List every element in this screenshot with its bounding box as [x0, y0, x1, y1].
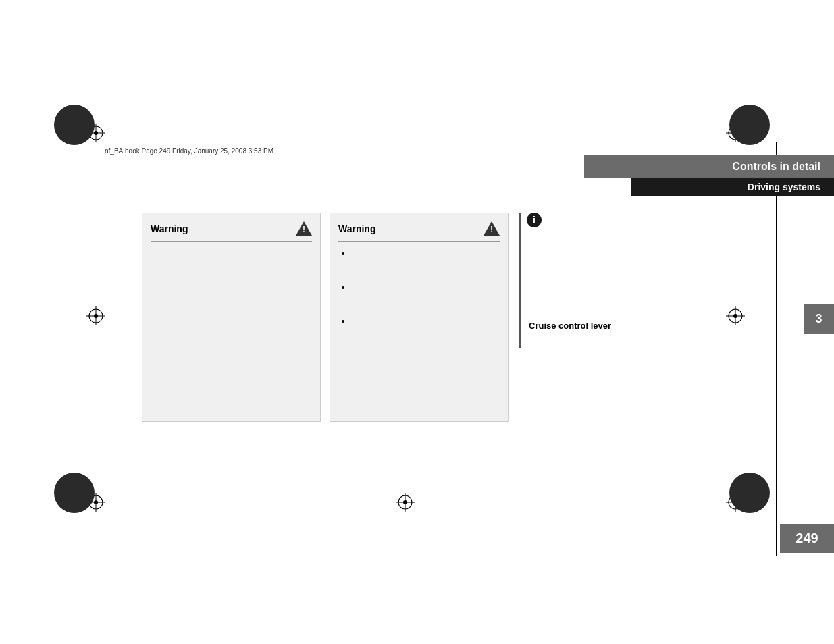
list-item [352, 282, 500, 292]
print-mark-top-left [54, 105, 95, 145]
warning-header-1: Warning [151, 221, 312, 242]
print-metadata: nf_BA.book Page 249 Friday, January 25, … [105, 147, 273, 155]
list-item [352, 316, 500, 326]
list-item [352, 248, 500, 259]
crosshair-mid-bottom-center [396, 493, 415, 512]
crosshair-mid-left [86, 306, 105, 325]
page-border-top [105, 142, 777, 142]
page-border-right [776, 142, 777, 556]
info-icon: i [527, 213, 542, 227]
print-mark-bottom-left [54, 473, 95, 513]
warning-title-2: Warning [338, 223, 375, 234]
header-driving-systems: Driving systems [631, 178, 834, 196]
warning-triangle-icon-1 [296, 221, 312, 236]
warning-box-2: Warning [330, 213, 509, 422]
chapter-tab: 3 [804, 304, 834, 334]
page-number-box: 249 [780, 524, 834, 553]
print-mark-top-right [729, 105, 770, 145]
page-border-bottom [105, 556, 777, 556]
header-controls-in-detail: Controls in detail [584, 155, 834, 178]
warning-triangle-icon-2 [484, 221, 500, 236]
warning-bullet-list [338, 248, 500, 326]
crosshair-mid-right [726, 306, 745, 325]
print-mark-bottom-right [729, 473, 770, 513]
info-icon-container: i [527, 213, 542, 233]
warning-box-1: Warning [142, 213, 321, 422]
warning-title-1: Warning [151, 223, 188, 234]
warning-header-2: Warning [338, 221, 500, 242]
header-bar: Controls in detail Driving systems [429, 155, 834, 196]
info-vertical-line [519, 213, 521, 348]
cruise-control-label: Cruise control lever [529, 321, 611, 331]
